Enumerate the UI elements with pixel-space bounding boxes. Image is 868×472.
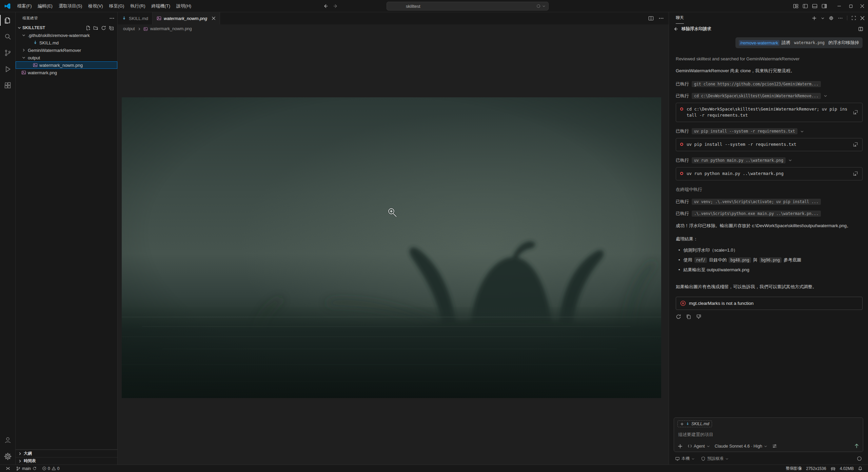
menu-terminal[interactable]: 終端機(T) (148, 2, 173, 11)
context-attachment-chip[interactable]: SKILL.md (677, 420, 712, 427)
menu-file[interactable]: 檔案(F) (14, 2, 35, 11)
vscode-logo-icon (4, 3, 11, 9)
mode-picker[interactable]: Agent (688, 444, 710, 449)
nav-back-icon[interactable] (323, 3, 328, 9)
copilot-icon[interactable] (828, 465, 838, 472)
ran-command-row[interactable]: 已執行 uv run python main.py ..\watermark.p… (676, 157, 863, 163)
tab-watermark-nowm-png[interactable]: watermark_nowm.png (153, 12, 220, 24)
command-center-title[interactable]: skilltest (406, 4, 536, 9)
close-window-button[interactable] (856, 0, 868, 12)
notifications-bell-icon[interactable] (856, 465, 865, 472)
image-preview-canvas[interactable] (118, 33, 669, 465)
git-branch-icon (16, 466, 21, 471)
image-zoom-mode[interactable]: 整個影像 (784, 465, 804, 472)
outline-section[interactable]: 大綱 (16, 450, 117, 457)
remote-indicator-icon[interactable] (3, 465, 13, 472)
chevron-down-icon[interactable] (824, 94, 827, 98)
new-file-icon[interactable] (85, 25, 91, 31)
workspace-section-header[interactable]: SKILLTEST (16, 24, 117, 32)
split-editor-icon[interactable] (648, 16, 654, 21)
tab-skill-md[interactable]: SKILL.md (118, 12, 153, 24)
tree-item-watermark-png[interactable]: watermark.png (16, 69, 117, 76)
chevron-down-icon[interactable] (788, 158, 792, 162)
tree-item-watermark-nowm-png[interactable]: watermark_nowm.png (16, 61, 117, 69)
toggle-panel-icon[interactable] (810, 2, 819, 11)
toggle-sidebar-icon[interactable] (801, 2, 810, 11)
problems-status[interactable]: 0 0 (40, 465, 61, 472)
close-panel-icon[interactable] (860, 16, 865, 20)
retry-icon[interactable] (676, 314, 681, 319)
iterate-icon[interactable] (536, 4, 541, 8)
ran-command-row[interactable]: 已執行 git clone https://github.com/pcion12… (676, 81, 863, 87)
chat-settings-gear-icon[interactable] (829, 16, 834, 21)
quota-circle-icon[interactable] (857, 456, 862, 461)
tree-item-github-skills[interactable]: .github\skills\remove-watermark (16, 32, 117, 39)
tree-item-gemini-watermark-remover[interactable]: GeminiWatermarkRemover (16, 46, 117, 54)
menu-go[interactable]: 移至(G) (106, 2, 127, 11)
chevron-down-icon[interactable] (800, 130, 804, 133)
menu-selection[interactable]: 選取項目(S) (56, 2, 85, 11)
ran-command-row[interactable]: 已執行 uv pip install --system -r requireme… (676, 128, 863, 134)
copy-icon[interactable] (686, 314, 691, 319)
chat-prompt-input[interactable] (678, 432, 860, 437)
new-folder-icon[interactable] (93, 25, 98, 31)
chat-tab[interactable]: 聊天 (676, 12, 684, 24)
menu-view[interactable]: 檢視(V) (85, 2, 106, 11)
tree-item-output[interactable]: output (16, 54, 117, 61)
explorer-icon[interactable] (0, 12, 16, 28)
extensions-icon[interactable] (0, 77, 16, 94)
approval-picker[interactable]: 預設核准 (701, 456, 729, 461)
chevron-down-icon (707, 445, 710, 448)
settings-gear-icon[interactable] (0, 448, 16, 465)
explorer-more-actions-icon[interactable] (109, 16, 115, 21)
chat-more-actions-icon[interactable] (838, 16, 843, 21)
ran-command-row[interactable]: 已執行 uv venv; .\.venv\Scripts\activate; u… (676, 199, 863, 205)
send-icon[interactable] (854, 443, 860, 449)
preview-image-kraken-seascape[interactable] (122, 97, 661, 398)
thumbs-down-icon[interactable] (696, 314, 702, 319)
tools-sliders-icon[interactable] (772, 444, 777, 449)
command-status-dot (680, 143, 683, 146)
git-branch-status[interactable]: main (14, 465, 39, 472)
open-chat-in-editor-icon[interactable] (858, 26, 863, 32)
user-message: /remove-watermark 請將 watermark.png 的浮水印移… (735, 37, 863, 48)
menu-edit[interactable]: 編輯(E) (35, 2, 56, 11)
run-debug-icon[interactable] (0, 61, 16, 77)
minimize-button[interactable] (833, 0, 845, 12)
ran-command-row[interactable]: 已執行 .\.venv\Scripts\python.exe main.py .… (676, 211, 863, 217)
close-tab-icon[interactable] (212, 16, 216, 20)
insert-into-terminal-icon[interactable] (853, 110, 858, 115)
menu-help[interactable]: 說明(H) (173, 2, 194, 11)
toggle-secondary-sidebar-icon[interactable] (820, 2, 829, 11)
refresh-explorer-icon[interactable] (101, 25, 106, 31)
nav-forward-icon[interactable] (333, 3, 338, 9)
insert-into-terminal-icon[interactable] (853, 171, 858, 176)
ran-command-row[interactable]: 已執行 cd c:\DevWorkSpace\skilltest\GeminiW… (676, 93, 863, 99)
account-icon[interactable] (0, 432, 16, 448)
new-chat-icon[interactable] (812, 16, 817, 21)
chevron-down-icon[interactable] (821, 16, 825, 20)
menu-run[interactable]: 執行(R) (127, 2, 148, 11)
breadcrumb-file[interactable]: watermark_nowm.png (150, 26, 192, 31)
chevron-down-icon[interactable] (542, 4, 546, 8)
chat-input-box[interactable]: SKILL.md Agent Claude Sonnet 4.6 · High (674, 417, 863, 452)
collapse-folders-icon[interactable] (109, 25, 114, 31)
timeline-section[interactable]: 時間表 (16, 457, 117, 465)
breadcrumb-folder[interactable]: output (123, 26, 135, 31)
model-picker[interactable]: Claude Sonnet 4.6 · High (715, 444, 767, 449)
target-picker[interactable]: 本機 (675, 456, 695, 461)
tree-item-skill-md[interactable]: SKILL.md (16, 39, 117, 46)
add-context-icon[interactable] (680, 422, 684, 426)
customize-layout-icon[interactable] (791, 2, 800, 11)
editor-more-actions-icon[interactable] (658, 16, 664, 21)
search-icon[interactable] (0, 28, 16, 45)
insert-into-terminal-icon[interactable] (853, 142, 858, 147)
source-control-icon[interactable] (0, 45, 16, 61)
maximize-panel-icon[interactable] (851, 16, 856, 20)
image-file-icon (143, 27, 148, 31)
command-center[interactable]: skilltest (387, 2, 549, 11)
result-heading: 處理結果： (676, 236, 863, 242)
attach-icon[interactable] (677, 444, 683, 449)
back-icon[interactable] (673, 26, 678, 32)
maximize-button[interactable] (845, 0, 856, 12)
